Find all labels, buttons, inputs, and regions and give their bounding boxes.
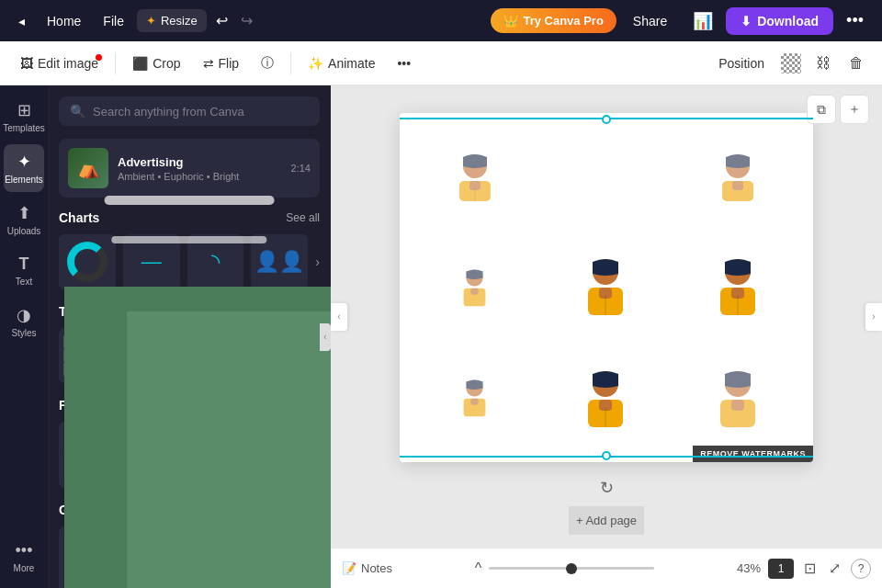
elements-label: Elements	[5, 175, 43, 185]
person-figure-1	[452, 150, 498, 205]
templates-icon: ⊞	[17, 100, 31, 120]
frame-item-oval[interactable]	[59, 422, 116, 488]
canvas-top-tools: ⧉ ＋	[807, 95, 869, 124]
charts-title: Charts	[59, 210, 99, 225]
stats-button[interactable]: 📊	[684, 6, 722, 37]
notification-dot	[96, 54, 102, 61]
info-button[interactable]: ⓘ	[252, 50, 283, 77]
page-current: 1	[778, 562, 785, 575]
frame-item-rounded[interactable]	[187, 422, 244, 488]
person-svg-3	[458, 255, 491, 320]
templates-label: Templates	[3, 123, 45, 133]
add-page-label: + Add page	[576, 514, 637, 527]
music-title: Advertising	[118, 155, 282, 169]
share-button[interactable]: Share	[620, 8, 680, 34]
home-label: Home	[47, 14, 81, 28]
sidebar-collapse-handle[interactable]: ‹	[320, 323, 331, 351]
svg-rect-9	[470, 288, 478, 295]
sidebar-item-styles[interactable]: ◑ Styles	[4, 298, 44, 345]
position-button[interactable]: Position	[709, 51, 774, 76]
canvas-scroll[interactable]: ⧉ ＋	[331, 85, 882, 548]
sidebar-item-templates[interactable]: ⊞ Templates	[4, 93, 44, 141]
fit-button[interactable]: ⊡	[801, 557, 819, 580]
chevron-up-icon: ^	[475, 560, 482, 576]
file-button[interactable]: File	[94, 8, 133, 34]
top-navigation: ◂ Home File ✦ Resize ↩ ↪ 👑 Try Canva Pro…	[0, 0, 882, 41]
page-number-button[interactable]: 1	[768, 559, 794, 579]
svg-rect-27	[731, 400, 744, 411]
notes-button[interactable]: 📝 Notes	[342, 561, 392, 575]
elements-icon: ✦	[17, 152, 31, 172]
canvas-wrapper: ↻	[400, 113, 813, 506]
notes-label: Notes	[361, 561, 392, 575]
person-figure-7	[581, 364, 631, 433]
help-button[interactable]: ?	[851, 559, 871, 579]
crop-button[interactable]: ⬛ Crop	[123, 51, 189, 76]
edit-image-button[interactable]: 🖼 Edit image	[11, 51, 107, 76]
zoom-label: 43%	[737, 561, 761, 575]
music-banner[interactable]: ⛺ Advertising Ambient • Euphoric • Brigh…	[59, 139, 320, 198]
timeline-expand-button[interactable]: ^	[475, 560, 482, 577]
person-figure-2	[715, 150, 761, 205]
duplicate-icon: ⧉	[817, 102, 826, 118]
charts-see-all-button[interactable]: See all	[286, 211, 320, 224]
canvas-page[interactable]: ↻	[400, 113, 813, 462]
narrow-frame	[266, 430, 292, 481]
watermark-badge[interactable]: REMOVE WATERMARKS	[693, 446, 813, 462]
main-layout: ⊞ Templates ✦ Elements ⬆ Uploads T Text …	[0, 85, 882, 588]
edit-image-label: Edit image	[38, 56, 98, 71]
add-page-button[interactable]: + Add page	[576, 514, 637, 527]
redo-button[interactable]: ↪	[235, 8, 258, 33]
person-figure-8	[713, 364, 763, 433]
person-figure-6	[458, 370, 491, 425]
person-svg-5	[713, 254, 763, 322]
back-button[interactable]: ◂	[9, 8, 34, 34]
undo-redo-group: ↩ ↪	[210, 8, 258, 33]
sidebar-item-uploads[interactable]: ⬆ Uploads	[4, 196, 44, 243]
refresh-icon: ↻	[600, 478, 614, 498]
text-icon: T	[19, 254, 29, 274]
frame-item-wavy[interactable]	[123, 422, 180, 488]
page-refresh-button[interactable]: ↻	[594, 475, 619, 501]
search-input[interactable]	[93, 105, 309, 119]
fullscreen-button[interactable]: ⤢	[826, 557, 843, 580]
sidebar-item-more[interactable]: ••• More	[4, 534, 44, 581]
frames-row: ›	[59, 422, 320, 488]
person-figure-3	[458, 255, 491, 320]
uploads-icon: ⬆	[17, 203, 31, 223]
add-page-icon-button[interactable]: ＋	[840, 95, 869, 124]
flip-icon: ⇄	[203, 56, 214, 71]
file-label: File	[103, 14, 124, 28]
animate-button[interactable]: ✨ Animate	[299, 51, 384, 76]
more-toolbar-button[interactable]: •••	[388, 51, 420, 76]
music-subtitle: Ambient • Euphoric • Bright	[118, 171, 282, 182]
scroll-right-button[interactable]: ›	[865, 303, 882, 331]
more-options-button[interactable]: •••	[837, 6, 873, 36]
sidebar-item-elements[interactable]: ✦ Elements	[4, 144, 44, 192]
charts-next-button[interactable]: ›	[315, 254, 320, 269]
scroll-left-button[interactable]: ‹	[331, 303, 347, 331]
try-canva-pro-button[interactable]: 👑 Try Canva Pro	[491, 8, 616, 33]
timeline-slider[interactable]	[489, 567, 654, 570]
resize-button[interactable]: ✦ Resize	[137, 9, 207, 32]
sidebar-item-text[interactable]: T Text	[4, 247, 44, 294]
download-button[interactable]: ⬇ Download	[726, 7, 833, 35]
link-button[interactable]: ⛓	[808, 50, 838, 77]
edit-image-icon: 🖼	[20, 56, 33, 71]
duplicate-page-button[interactable]: ⧉	[807, 95, 836, 124]
trash-icon: 🗑	[849, 55, 864, 71]
crown-icon: 👑	[503, 14, 518, 28]
flip-button[interactable]: ⇄ Flip	[194, 51, 249, 76]
person-svg-7	[581, 364, 631, 433]
music-emoji: ⛺	[77, 157, 100, 179]
home-button[interactable]: Home	[38, 8, 90, 34]
fit-icon: ⊡	[804, 560, 816, 576]
wavy-frame	[127, 430, 176, 481]
notes-icon: 📝	[342, 561, 356, 575]
delete-button[interactable]: 🗑	[842, 50, 871, 77]
undo-button[interactable]: ↩	[210, 8, 233, 33]
chart-item-donut[interactable]	[59, 234, 116, 289]
transparency-button[interactable]	[777, 50, 805, 77]
info-icon: ⓘ	[261, 55, 274, 72]
person-svg-2	[715, 150, 761, 205]
